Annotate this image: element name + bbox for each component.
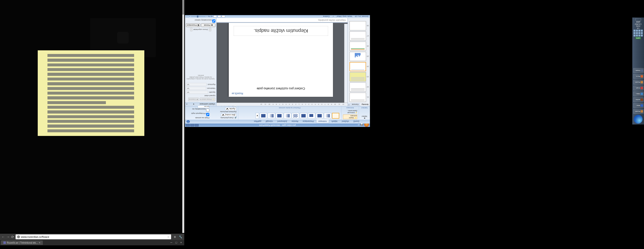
close-button[interactable] — [186, 124, 190, 126]
tab-review[interactable]: Revize — [290, 120, 300, 123]
taskbar-button[interactable]: Gmail ... — [633, 86, 644, 90]
start-button[interactable] — [634, 115, 642, 124]
clock[interactable]: 23:51 1.6.2012 pátek — [635, 21, 641, 27]
play-icon[interactable] — [117, 32, 129, 43]
close-task-pane-icon[interactable]: × — [186, 103, 188, 105]
help-icon[interactable]: ? — [186, 120, 190, 123]
notes-pane[interactable]: Klepnutím vložíte poznámky. — [216, 18, 348, 23]
tray-icon[interactable] — [641, 30, 643, 32]
slide-thumbnail[interactable] — [350, 31, 366, 41]
tab-pptplex[interactable]: pptPlex — [252, 120, 263, 123]
tab-home[interactable]: Domů — [352, 120, 361, 123]
zoom-slider[interactable] — [191, 16, 206, 17]
transition-none[interactable] — [332, 113, 339, 119]
slide-thumbnail[interactable] — [350, 72, 366, 81]
animate-dropdown[interactable]: ⚡ Animovat: Žádná anim... — [343, 110, 357, 114]
transition-item[interactable] — [292, 113, 299, 119]
close-panel-icon[interactable]: × — [347, 103, 350, 106]
transition-item[interactable] — [260, 113, 267, 119]
minimize-button[interactable]: ─ — [169, 241, 174, 245]
zoom-in-icon[interactable]: + — [189, 15, 190, 18]
title-placeholder[interactable]: Klepnutím vložíte nadpis. — [234, 26, 328, 36]
tray-icon[interactable] — [634, 32, 636, 34]
transition-item[interactable] — [308, 113, 315, 119]
on-click-checkbox[interactable]: Při klepnutí myší — [186, 112, 209, 116]
sorter-view-button[interactable] — [218, 15, 221, 18]
custom-animation-button[interactable]: ✨ Vlastní animace — [343, 115, 357, 119]
language-indicator[interactable]: CS — [637, 27, 640, 29]
close-tab-icon[interactable]: × — [39, 242, 40, 244]
slide[interactable]: Rozečti.se Cvičení pro rozšíření zorného… — [229, 23, 333, 97]
slides-tab[interactable]: Snímky — [360, 103, 370, 106]
tray-icon[interactable] — [634, 30, 636, 32]
fit-to-window-icon[interactable]: ⛶ — [186, 15, 188, 18]
tab-slideshow[interactable]: Prezentace — [300, 120, 316, 123]
browser-tab[interactable]: Rozečti.se | Tréninková lek... × — [1, 241, 43, 245]
normal-view-button[interactable] — [222, 15, 225, 18]
close-button[interactable]: × — [179, 241, 183, 245]
tab-developer[interactable]: Vývojář — [264, 120, 275, 123]
tray-icon[interactable] — [636, 32, 638, 34]
tray-icons[interactable] — [633, 30, 643, 36]
tab-design[interactable]: Návrh — [330, 120, 339, 123]
zoom-handle[interactable] — [197, 15, 198, 17]
zoom-out-icon[interactable]: − — [206, 15, 208, 18]
qat-undo-icon[interactable]: ↶ — [358, 123, 360, 126]
language-status[interactable]: Čeština — [323, 15, 330, 18]
play-button[interactable]: ▶ Přehrát — [201, 23, 216, 27]
wrench-icon[interactable]: 🔧 — [178, 235, 183, 239]
slide-thumbnail-selected[interactable] — [350, 62, 366, 71]
scrollbar[interactable] — [182, 0, 184, 233]
page-menu-icon[interactable]: ≣ — [172, 235, 177, 239]
forward-button[interactable]: → — [6, 235, 10, 239]
tray-icon[interactable] — [636, 30, 638, 32]
add-effect-button[interactable]: ✨ Přidat efekt ▾ — [200, 97, 216, 101]
slide-thumbnail[interactable] — [350, 21, 366, 30]
auto-preview-checkbox[interactable]: Automatický náhled — [186, 19, 216, 23]
transition-item[interactable] — [268, 113, 275, 119]
qat-save-icon[interactable]: 💾 — [360, 123, 363, 126]
tab-insert[interactable]: Vložení — [340, 120, 351, 123]
scrollbar-thumb[interactable] — [182, 0, 184, 14]
slide-thumbnail[interactable] — [350, 41, 366, 51]
slide-top-title[interactable]: Cvičení pro rozšíření zorného pole — [234, 87, 328, 90]
transition-item[interactable] — [300, 113, 307, 119]
show-desktop-button[interactable] — [635, 18, 641, 20]
zoom-level[interactable]: 42 % — [208, 15, 212, 18]
reload-button[interactable]: ⟳ — [11, 235, 14, 239]
slide-thumbnail[interactable] — [350, 93, 366, 102]
slideshow-button[interactable]: 📽 Prezentace — [186, 23, 200, 27]
zoom-indicator[interactable]: 100% — [636, 37, 641, 39]
taskbar-button[interactable]: Rozečti... — [633, 109, 644, 114]
transition-item[interactable] — [284, 113, 291, 119]
slide-thumbnail[interactable] — [350, 52, 366, 61]
tray-icon[interactable] — [641, 34, 643, 36]
tray-icon[interactable] — [638, 32, 640, 34]
tray-icon[interactable] — [641, 32, 643, 34]
taskbar-button[interactable]: workst... — [633, 97, 644, 102]
minimize-button[interactable] — [195, 124, 198, 126]
maximize-button[interactable] — [190, 124, 194, 126]
tray-icon[interactable] — [638, 34, 640, 36]
taskbar-button[interactable]: Rozečti... — [633, 80, 644, 85]
preview-button[interactable]: ▶Náhled — [360, 115, 368, 119]
bookmark-star-icon[interactable]: ☆ — [167, 235, 170, 239]
tray-icon[interactable] — [634, 34, 636, 36]
slide-thumbnail[interactable] — [350, 82, 366, 92]
spell-check-icon[interactable]: ✓ — [332, 15, 334, 18]
taskbar-button[interactable]: Wind... — [633, 103, 644, 108]
taskbar-button[interactable]: Drawin... — [633, 68, 644, 73]
tray-icon[interactable] — [636, 34, 638, 36]
taskbar-button[interactable]: Video... — [633, 91, 644, 96]
transition-item[interactable] — [316, 113, 323, 119]
speed-dropdown[interactable]: Rychle — [225, 107, 236, 111]
back-button[interactable]: ← — [2, 235, 5, 239]
url-input[interactable] — [21, 235, 166, 238]
slideshow-view-button[interactable] — [214, 15, 217, 18]
task-pane-dropdown-icon[interactable]: ▾ — [193, 103, 194, 105]
tab-view[interactable]: Zobrazení — [275, 120, 289, 123]
tray-icon[interactable] — [638, 30, 640, 32]
url-field[interactable]: ☆ — [16, 235, 171, 239]
maximize-button[interactable]: □ — [174, 241, 178, 245]
transition-item[interactable] — [324, 113, 331, 119]
